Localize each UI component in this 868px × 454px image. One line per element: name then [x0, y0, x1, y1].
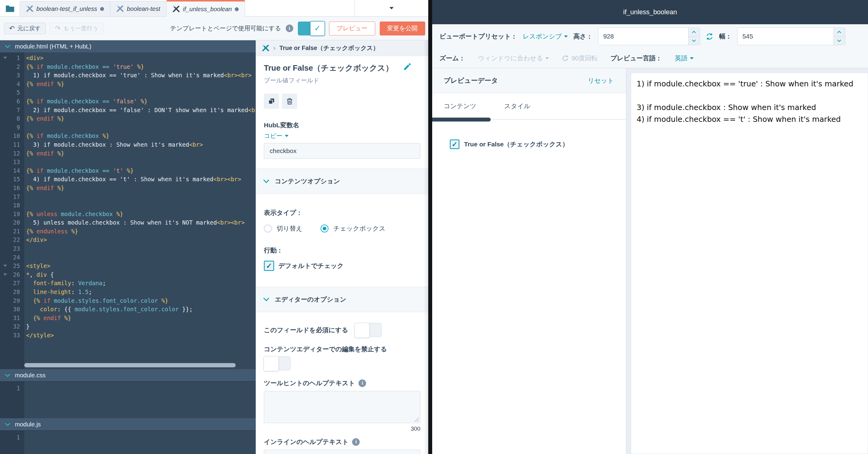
- width-increment-button[interactable]: [834, 28, 845, 37]
- modified-dot: [235, 7, 239, 11]
- finder-button[interactable]: [0, 0, 20, 17]
- file-name: module.html (HTML + HubL): [15, 43, 91, 50]
- chevron-down-icon: [5, 423, 10, 426]
- code-area-js[interactable]: 1: [0, 430, 256, 454]
- preview-iframe[interactable]: 1) if module.checkbox == 'true' : Show w…: [631, 73, 868, 454]
- section-editor-options[interactable]: エディターのオプション: [256, 287, 428, 312]
- tooltip-help-textarea[interactable]: [264, 391, 420, 423]
- line-number: 30: [0, 305, 20, 314]
- preview-language-label: プレビュー言語：: [611, 54, 662, 62]
- variable-name-input[interactable]: [264, 143, 420, 159]
- width-input[interactable]: [738, 28, 833, 45]
- file-header-html[interactable]: module.html (HTML + HubL): [0, 40, 256, 53]
- clone-field-button[interactable]: [264, 94, 279, 109]
- tab-style[interactable]: スタイル: [504, 102, 530, 110]
- line-number: 5: [0, 88, 20, 97]
- viewport-preset-label: ビューポートプリセット：: [439, 32, 517, 41]
- inline-help-input[interactable]: [264, 450, 420, 454]
- code-line: 18: [0, 201, 256, 210]
- panel-divider[interactable]: [428, 0, 432, 454]
- line-number: 28: [0, 288, 20, 296]
- code-area-html[interactable]: 1<div>2{% if module.checkbox == 'true' %…: [0, 53, 256, 369]
- rotate-button[interactable]: 90度回転: [562, 54, 597, 62]
- sync-dimensions-icon[interactable]: [706, 32, 714, 41]
- required-toggle[interactable]: [355, 323, 381, 337]
- code-line: 4{% endif %}: [0, 80, 256, 89]
- line-number: 17: [0, 192, 20, 201]
- check-icon: ✓: [266, 262, 272, 270]
- code-line: 20 5) unless module.checkbox : Show when…: [0, 218, 256, 227]
- viewport-preset-dropdown[interactable]: レスポンシブ: [523, 32, 568, 41]
- zoom-dropdown[interactable]: ウィンドウに合わせる: [478, 54, 549, 62]
- toggle-knob: [354, 323, 370, 338]
- language-dropdown[interactable]: 英語: [675, 54, 693, 62]
- info-icon[interactable]: i: [286, 25, 293, 32]
- info-icon[interactable]: i: [359, 380, 366, 387]
- copy-dropdown[interactable]: コピー: [264, 132, 420, 140]
- code-line: 23: [0, 244, 256, 253]
- tab-underline: [432, 118, 626, 122]
- preview-button[interactable]: プレビュー: [329, 22, 375, 35]
- line-number: 19: [0, 210, 20, 219]
- preview-column: if_unless_boolean ビューポートプリセット： レスポンシブ 高さ…: [432, 0, 868, 454]
- code-line: 28 line-height: 1.5;: [0, 288, 256, 296]
- code-line: 32}: [0, 322, 256, 331]
- field-value-checkbox[interactable]: ✓: [450, 139, 460, 149]
- height-input[interactable]: [598, 28, 688, 45]
- code-line: 26*, div {: [0, 270, 256, 279]
- code-area-css[interactable]: 1: [0, 381, 256, 418]
- delete-field-button[interactable]: [282, 94, 297, 109]
- radio-toggle[interactable]: [264, 225, 272, 232]
- code-line: 2{% if module.checkbox == 'true' %}: [0, 62, 256, 71]
- chevron-down-icon: [263, 180, 269, 183]
- tools-icon: [117, 5, 124, 12]
- line-number: 21: [0, 227, 20, 236]
- code-line: 24: [0, 253, 256, 262]
- prevent-edit-toggle[interactable]: [264, 356, 290, 370]
- tools-icon: [26, 5, 33, 12]
- default-checked-checkbox[interactable]: ✓: [264, 261, 274, 271]
- width-decrement-button[interactable]: [834, 37, 845, 45]
- radio-checkbox[interactable]: [320, 225, 329, 232]
- empty-tab[interactable]: [245, 0, 355, 17]
- toggle-knob: [264, 356, 279, 371]
- undo-button[interactable]: ↶ 元に戻す: [4, 23, 46, 34]
- code-line: 6{% if module.checkbox == 'false' %}: [0, 97, 256, 106]
- tab-content[interactable]: コンテンツ: [444, 102, 476, 110]
- publish-button[interactable]: 変更を公開: [380, 22, 425, 35]
- horizontal-scrollbar[interactable]: [24, 363, 236, 367]
- file-header-css[interactable]: module.css: [0, 369, 256, 381]
- line-number: 1: [0, 433, 20, 442]
- preview-stage: 1) if module.checkbox == 'true' : Show w…: [626, 68, 868, 454]
- info-icon[interactable]: i: [352, 438, 360, 446]
- editor-tab[interactable]: if_unless_boolean: [166, 0, 245, 17]
- default-checked-label: デフォルトでチェック: [278, 262, 344, 270]
- resize-handle[interactable]: [414, 417, 419, 422]
- chevron-down-icon: [390, 7, 394, 9]
- editor-tab[interactable]: boolean-test: [111, 1, 166, 17]
- chevron-down-icon: [545, 57, 549, 59]
- chevron-down-icon: [564, 35, 568, 38]
- code-line: 5: [0, 88, 256, 97]
- section-content-options[interactable]: コンテンツオプション: [256, 168, 428, 194]
- available-toggle[interactable]: ✓: [298, 22, 324, 35]
- display-type-label: 表示タイプ：: [264, 208, 420, 217]
- preview-line: 3) if module.checkbox : Show when it's m…: [637, 101, 862, 114]
- height-increment-button[interactable]: [688, 28, 700, 37]
- tools-icon[interactable]: [262, 44, 269, 52]
- folder-icon: [5, 4, 14, 12]
- undo-label: 元に戻す: [17, 25, 41, 32]
- height-decrement-button[interactable]: [688, 37, 700, 45]
- preview-title: if_unless_boolean: [623, 8, 677, 16]
- breadcrumb-field[interactable]: True or False（チェックボックス）: [279, 44, 379, 52]
- line-number: 2: [0, 62, 20, 71]
- tab-overflow-button[interactable]: [355, 0, 428, 17]
- edit-pencil-icon[interactable]: [403, 63, 411, 71]
- reset-link[interactable]: リセット: [588, 76, 614, 85]
- line-number: 4: [0, 80, 20, 89]
- height-stepper: [598, 28, 700, 45]
- file-header-js[interactable]: module.js: [0, 418, 256, 430]
- redo-button[interactable]: ↷ もう一度行う: [50, 23, 103, 34]
- editor-tab[interactable]: boolean-test_if_unless: [20, 1, 111, 17]
- code-line: 16{% endif %}: [0, 184, 256, 192]
